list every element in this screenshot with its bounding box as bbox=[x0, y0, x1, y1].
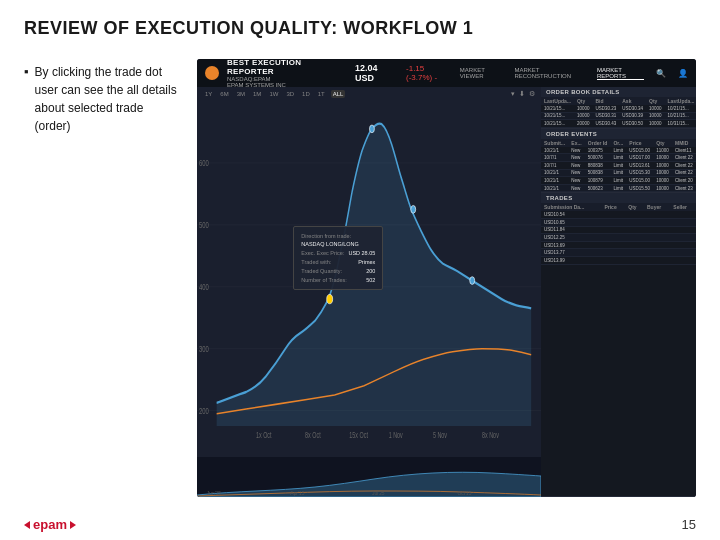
chart-btn-1w[interactable]: 1W bbox=[267, 90, 280, 98]
filter-icon[interactable]: ▾ bbox=[511, 90, 515, 98]
chart-btn-all[interactable]: ALL bbox=[331, 90, 346, 98]
footer: epam 15 bbox=[0, 509, 720, 540]
oe-col-submit: Submit... bbox=[541, 139, 568, 147]
table-row: USD13.99 bbox=[541, 256, 696, 264]
chart-btn-1d[interactable]: 1D bbox=[300, 90, 312, 98]
user-icon[interactable]: 👤 bbox=[678, 69, 688, 78]
chart-btn-6m[interactable]: 6M bbox=[218, 90, 230, 98]
tooltip-num-label: Number of Trades: bbox=[301, 276, 347, 285]
tooltip-direction: Direction from trade: bbox=[301, 232, 375, 241]
trades-section: TRADES Submission Da... Price Qty Buyer … bbox=[541, 193, 696, 497]
table-row: 10/21/1 New 500623 Limit USD15.50 10000 … bbox=[541, 184, 696, 192]
oe-col-orderid: Order Id bbox=[585, 139, 611, 147]
table-row: 10/21/15... 10000 USD30.23 USD30.34 1000… bbox=[541, 105, 696, 112]
table-row: USD11.84 bbox=[541, 226, 696, 234]
tooltip-num-value: 502 bbox=[366, 276, 375, 285]
order-events-header: ORDER EVENTS bbox=[541, 129, 696, 139]
table-row: 10/21/1 New 500838 Limit USD15.30 10000 … bbox=[541, 169, 696, 177]
app-price: 12.04 USD bbox=[355, 63, 394, 83]
settings-icon[interactable]: ⚙ bbox=[529, 90, 535, 98]
nav-market-reports[interactable]: MARKET REPORTS bbox=[597, 67, 644, 80]
svg-text:1 Nov: 1 Nov bbox=[389, 431, 403, 441]
right-panel: BEST EXECUTION REPORTER NASDAQ:EPAM EPAM… bbox=[197, 51, 696, 509]
page-number: 15 bbox=[682, 517, 696, 532]
ob-col-qty2: Qty bbox=[646, 97, 665, 105]
oe-col-ex: Ex... bbox=[568, 139, 584, 147]
footer-logo: epam bbox=[24, 517, 76, 532]
bullet-dot: ▪ bbox=[24, 64, 29, 79]
tooltip-traded-label: Traded with: bbox=[301, 258, 331, 267]
chart-area: 1Y 6M 3M 1M 1W 3D 1D 1T ALL ▾ ⬇ bbox=[197, 87, 541, 497]
oe-col-or: Or... bbox=[610, 139, 626, 147]
table-row: 10/7/1 New 880838 Limit USD13.61 10000 C… bbox=[541, 161, 696, 169]
trades-table: Submission Da... Price Qty Buyer Seller bbox=[541, 203, 696, 264]
tooltip-qty-value: 200 bbox=[366, 267, 375, 276]
app-topbar: BEST EXECUTION REPORTER NASDAQ:EPAM EPAM… bbox=[197, 59, 696, 87]
logo-text: epam bbox=[33, 517, 67, 532]
tooltip-price-label: Exec. Exec Price: bbox=[301, 249, 344, 258]
oe-col-mmid: MMID bbox=[672, 139, 696, 147]
table-row: USD13.69 bbox=[541, 241, 696, 249]
chart-controls: 1Y 6M 3M 1M 1W 3D 1D 1T ALL ▾ ⬇ bbox=[197, 87, 541, 101]
trades-header: TRADES bbox=[541, 193, 696, 203]
bullet-item: ▪ By clicking the trade dot user can see… bbox=[24, 63, 179, 135]
svg-text:8x Oct: 8x Oct bbox=[305, 431, 321, 441]
ob-col-lastupda1: LastUpda... bbox=[541, 97, 574, 105]
volume-chart: Jun'15 Apr'15 Jul'25 Oct'15 bbox=[197, 457, 541, 497]
oe-col-qty: Qty bbox=[653, 139, 672, 147]
svg-text:Oct'15: Oct'15 bbox=[457, 491, 471, 496]
chevron-right-icon bbox=[70, 521, 76, 529]
tooltip-num-trades: Number of Trades: 502 bbox=[301, 276, 375, 285]
chart-btn-1m[interactable]: 1M bbox=[251, 90, 263, 98]
ob-col-lastupda2: LastUpda... bbox=[665, 97, 696, 105]
chart-btn-3d[interactable]: 3D bbox=[284, 90, 296, 98]
chart-btn-3m[interactable]: 3M bbox=[235, 90, 247, 98]
app-logo bbox=[205, 66, 219, 80]
tooltip-direction-val-row: NASDAQ LONG/LONG bbox=[301, 240, 375, 249]
order-book-table: LastUpda... Qty Bid Ask Qty LastUpda... bbox=[541, 97, 696, 128]
tr-col-price: Price bbox=[601, 203, 625, 211]
page-header: REVIEW OF EXECUTION QUALITY: WORKFLOW 1 bbox=[0, 0, 720, 51]
chart-btn-1t[interactable]: 1T bbox=[316, 90, 327, 98]
svg-point-11 bbox=[369, 125, 374, 133]
tr-col-seller: Seller bbox=[670, 203, 696, 211]
left-panel: ▪ By clicking the trade dot user can see… bbox=[24, 51, 179, 509]
tooltip-qty-label: Traded Quantity: bbox=[301, 267, 342, 276]
tooltip-price: Exec. Exec Price: USD 28.05 bbox=[301, 249, 375, 258]
order-book-section: ORDER BOOK DETAILS LastUpda... Qty Bid A… bbox=[541, 87, 696, 129]
table-row: USD13.77 bbox=[541, 249, 696, 257]
tr-col-submit: Submission Da... bbox=[541, 203, 601, 211]
app-brand-block: BEST EXECUTION REPORTER NASDAQ:EPAM EPAM… bbox=[227, 59, 337, 88]
page: REVIEW OF EXECUTION QUALITY: WORKFLOW 1 … bbox=[0, 0, 720, 540]
order-events-section: ORDER EVENTS Submit... Ex... Order Id Or… bbox=[541, 129, 696, 194]
tooltip-direction-value: NASDAQ LONG/LONG bbox=[301, 240, 358, 249]
ob-col-ask: Ask bbox=[619, 97, 646, 105]
table-row: USD10.65 bbox=[541, 218, 696, 226]
svg-text:200: 200 bbox=[199, 405, 209, 416]
right-side-panel: ORDER BOOK DETAILS LastUpda... Qty Bid A… bbox=[541, 87, 696, 497]
svg-text:15x Oct: 15x Oct bbox=[349, 431, 368, 441]
svg-text:500: 500 bbox=[199, 220, 209, 231]
table-row: 10/21/15... 10000 USD30.31 USD30.39 1000… bbox=[541, 112, 696, 120]
main-content: ▪ By clicking the trade dot user can see… bbox=[0, 51, 720, 509]
tooltip-direction-label: Direction from trade: bbox=[301, 232, 351, 241]
tooltip-traded: Traded with: Primex bbox=[301, 258, 375, 267]
nav-market-reconstruction[interactable]: MARKET RECONSTRUCTION bbox=[514, 67, 585, 79]
svg-text:600: 600 bbox=[199, 158, 209, 169]
table-row: USD10.54 bbox=[541, 211, 696, 218]
search-icon[interactable]: 🔍 bbox=[656, 69, 666, 78]
svg-text:400: 400 bbox=[199, 281, 209, 292]
download-icon[interactable]: ⬇ bbox=[519, 90, 525, 98]
app-brand: BEST EXECUTION REPORTER bbox=[227, 59, 337, 76]
order-events-table: Submit... Ex... Order Id Or... Price Qty… bbox=[541, 139, 696, 193]
chevron-left-icon bbox=[24, 521, 30, 529]
svg-text:300: 300 bbox=[199, 343, 209, 354]
tr-col-buyer: Buyer bbox=[644, 203, 670, 211]
svg-text:Jun'15: Jun'15 bbox=[207, 491, 222, 496]
bullet-text: By clicking the trade dot user can see t… bbox=[35, 63, 179, 135]
order-book-header: ORDER BOOK DETAILS bbox=[541, 87, 696, 97]
chart-btn-1y[interactable]: 1Y bbox=[203, 90, 214, 98]
nav-market-viewer[interactable]: MARKET VIEWER bbox=[460, 67, 503, 79]
tooltip-traded-value: Primex bbox=[358, 258, 375, 267]
svg-text:8x Nov: 8x Nov bbox=[482, 431, 499, 441]
